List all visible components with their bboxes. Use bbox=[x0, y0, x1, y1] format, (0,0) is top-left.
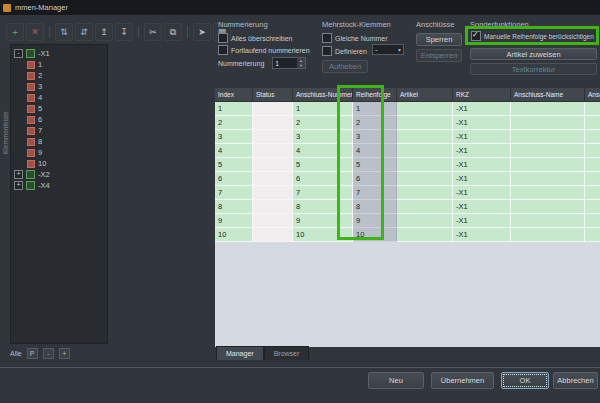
cell-artikel[interactable] bbox=[397, 228, 453, 242]
cell-index[interactable]: 8 bbox=[215, 200, 253, 214]
abbrechen-button[interactable]: Abbrechen bbox=[553, 372, 598, 389]
cell-anschluss_b[interactable] bbox=[585, 228, 600, 242]
tree-terminal-9[interactable]: 9 bbox=[11, 147, 107, 158]
cell-rkz[interactable]: -X1 bbox=[453, 102, 511, 116]
expand-icon[interactable]: + bbox=[14, 170, 23, 179]
column-header-artikel[interactable]: Artikel bbox=[397, 88, 453, 102]
cell-rkz[interactable]: -X1 bbox=[453, 130, 511, 144]
sperren-button[interactable]: Sperren bbox=[416, 33, 462, 46]
checkbox-gleiche-nummer[interactable]: Gleiche Nummer bbox=[322, 33, 388, 43]
tree-terminal-4[interactable]: 4 bbox=[11, 92, 107, 103]
cell-artikel[interactable] bbox=[397, 186, 453, 200]
cell-artikel[interactable] bbox=[397, 214, 453, 228]
nummerierung-spinner[interactable]: 1 ▲▼ bbox=[272, 57, 306, 69]
cell-reihenfolge[interactable]: 6 bbox=[353, 172, 397, 186]
cell-artikel[interactable] bbox=[397, 102, 453, 116]
tab-browser[interactable]: Browser bbox=[264, 346, 310, 360]
cell-anschluss_nummer[interactable]: 1 bbox=[293, 102, 353, 116]
cell-reihenfolge[interactable]: 2 bbox=[353, 116, 397, 130]
cell-anschluss_b[interactable] bbox=[585, 186, 600, 200]
column-header-status[interactable]: Status bbox=[253, 88, 293, 102]
tree-terminal-5[interactable]: 5 bbox=[11, 103, 107, 114]
ok-button[interactable]: OK bbox=[501, 372, 549, 389]
cell-anschluss_name[interactable] bbox=[511, 144, 585, 158]
spinner-arrows-icon[interactable]: ▲▼ bbox=[297, 58, 305, 68]
cell-reihenfolge[interactable]: 7 bbox=[353, 186, 397, 200]
pointer-icon[interactable]: ➤ bbox=[193, 23, 211, 41]
column-header-anschluss_name[interactable]: Anschluss-Name bbox=[511, 88, 585, 102]
cell-status[interactable] bbox=[253, 200, 293, 214]
cell-status[interactable] bbox=[253, 228, 293, 242]
cell-anschluss_b[interactable] bbox=[585, 200, 600, 214]
checkbox-alles-ueberschreiben[interactable]: Alles überschreiben bbox=[218, 33, 292, 43]
textkorrektur-button[interactable]: Textkorrektur bbox=[470, 63, 597, 75]
delete-icon[interactable]: ✕ bbox=[26, 23, 44, 41]
checkbox-definieren[interactable]: Definieren bbox=[322, 46, 367, 56]
cell-anschluss_name[interactable] bbox=[511, 130, 585, 144]
tree-terminal-1[interactable]: 1 bbox=[11, 59, 107, 70]
cell-anschluss_nummer[interactable]: 2 bbox=[293, 116, 353, 130]
sort-descending-icon[interactable]: ↧ bbox=[115, 23, 133, 41]
tree-node-x4[interactable]: +-X4 bbox=[11, 180, 107, 191]
cell-anschluss_name[interactable] bbox=[511, 102, 585, 116]
cell-anschluss_name[interactable] bbox=[511, 158, 585, 172]
artikel-zuweisen-button[interactable]: Artikel zuweisen bbox=[470, 48, 597, 60]
cell-status[interactable] bbox=[253, 186, 293, 200]
cell-artikel[interactable] bbox=[397, 144, 453, 158]
checkbox-fortlaufend-nummerieren[interactable]: Fortlaufend nummerieren bbox=[218, 45, 310, 55]
cut-icon[interactable]: ✂ bbox=[144, 23, 162, 41]
cell-anschluss_b[interactable] bbox=[585, 130, 600, 144]
cell-rkz[interactable]: -X1 bbox=[453, 186, 511, 200]
cell-status[interactable] bbox=[253, 158, 293, 172]
tree-terminal-6[interactable]: 6 bbox=[11, 114, 107, 125]
cell-index[interactable]: 3 bbox=[215, 130, 253, 144]
cell-anschluss_b[interactable] bbox=[585, 158, 600, 172]
cell-index[interactable]: 2 bbox=[215, 116, 253, 130]
column-header-anschluss_nummer[interactable]: Anschluss-Nummer bbox=[293, 88, 353, 102]
cell-anschluss_b[interactable] bbox=[585, 214, 600, 228]
tree-node-x2[interactable]: +-X2 bbox=[11, 169, 107, 180]
cell-status[interactable] bbox=[253, 144, 293, 158]
cell-index[interactable]: 1 bbox=[215, 102, 253, 116]
page-button[interactable]: P bbox=[27, 348, 38, 359]
cell-artikel[interactable] bbox=[397, 130, 453, 144]
cell-rkz[interactable]: -X1 bbox=[453, 116, 511, 130]
cell-anschluss_b[interactable] bbox=[585, 116, 600, 130]
cell-anschluss_name[interactable] bbox=[511, 172, 585, 186]
cell-anschluss_nummer[interactable]: 4 bbox=[293, 144, 353, 158]
cell-artikel[interactable] bbox=[397, 116, 453, 130]
cell-status[interactable] bbox=[253, 102, 293, 116]
collapse-button[interactable]: - bbox=[43, 348, 54, 359]
cell-anschluss_nummer[interactable]: 10 bbox=[293, 228, 353, 242]
cell-rkz[interactable]: -X1 bbox=[453, 144, 511, 158]
column-header-anschluss_b[interactable]: Anschluss-B bbox=[585, 88, 600, 102]
cell-anschluss_name[interactable] bbox=[511, 116, 585, 130]
cell-status[interactable] bbox=[253, 130, 293, 144]
cell-reihenfolge[interactable]: 8 bbox=[353, 200, 397, 214]
cell-rkz[interactable]: -X1 bbox=[453, 158, 511, 172]
cell-index[interactable]: 9 bbox=[215, 214, 253, 228]
cell-anschluss_nummer[interactable]: 6 bbox=[293, 172, 353, 186]
checkbox-manuelle-reihenfolge[interactable]: Manuelle Reihenfolge berücksichtigen bbox=[471, 31, 594, 41]
cell-reihenfolge[interactable]: 5 bbox=[353, 158, 397, 172]
cell-reihenfolge[interactable]: 1 bbox=[353, 102, 397, 116]
cell-rkz[interactable]: -X1 bbox=[453, 228, 511, 242]
cell-anschluss_nummer[interactable]: 8 bbox=[293, 200, 353, 214]
cell-anschluss_name[interactable] bbox=[511, 200, 585, 214]
cell-anschluss_nummer[interactable]: 5 bbox=[293, 158, 353, 172]
tree-terminal-2[interactable]: 2 bbox=[11, 70, 107, 81]
cell-reihenfolge[interactable]: 4 bbox=[353, 144, 397, 158]
tab-manager[interactable]: Manager bbox=[216, 346, 264, 360]
tree-terminal-3[interactable]: 3 bbox=[11, 81, 107, 92]
column-header-rkz[interactable]: RKZ bbox=[453, 88, 511, 102]
column-header-reihenfolge[interactable]: Reihenfolge bbox=[353, 88, 397, 102]
copy-icon[interactable]: ⧉ bbox=[164, 23, 182, 41]
cell-anschluss_b[interactable] bbox=[585, 172, 600, 186]
tree-terminal-10[interactable]: 10 bbox=[11, 158, 107, 169]
cell-anschluss_nummer[interactable]: 7 bbox=[293, 186, 353, 200]
cell-index[interactable]: 7 bbox=[215, 186, 253, 200]
cell-anschluss_b[interactable] bbox=[585, 102, 600, 116]
cell-anschluss_name[interactable] bbox=[511, 228, 585, 242]
collapse-icon[interactable]: - bbox=[14, 49, 23, 58]
tree-terminal-7[interactable]: 7 bbox=[11, 125, 107, 136]
